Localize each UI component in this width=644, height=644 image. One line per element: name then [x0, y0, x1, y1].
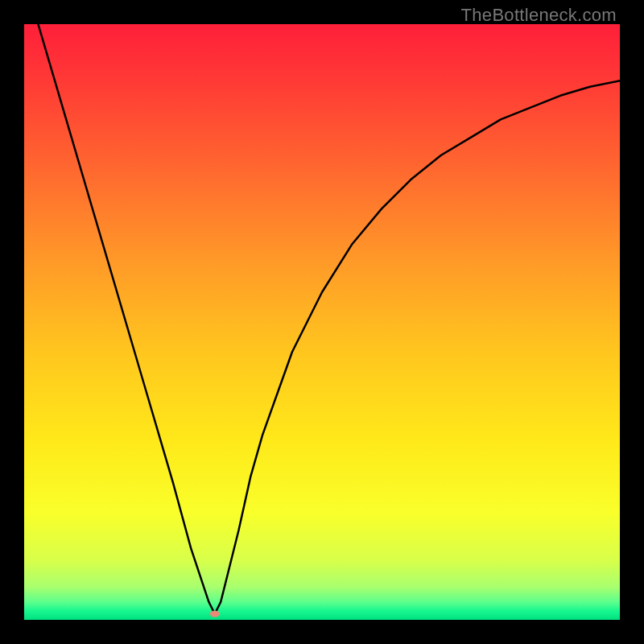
gradient-background [24, 24, 620, 620]
plot-area [24, 24, 620, 620]
chart-frame: TheBottleneck.com [0, 0, 644, 644]
optimal-point-marker [210, 611, 220, 617]
watermark-text: TheBottleneck.com [461, 5, 617, 26]
bottleneck-chart [24, 24, 620, 620]
